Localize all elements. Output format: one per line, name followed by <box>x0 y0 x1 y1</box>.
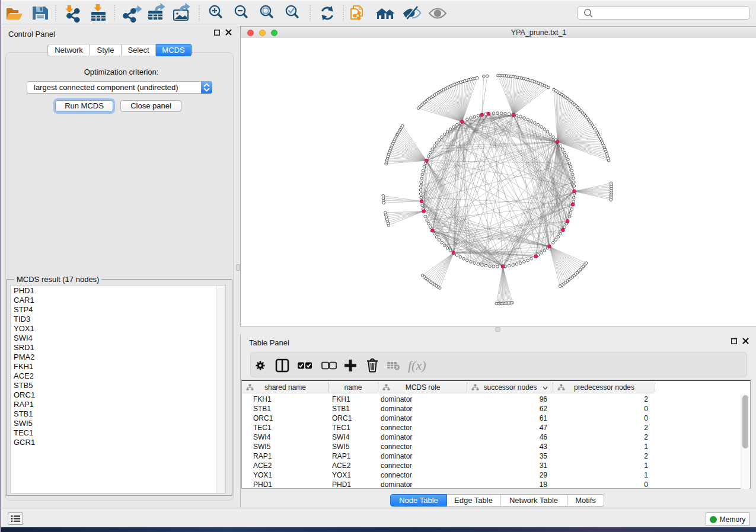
svg-text:f(x): f(x) <box>408 358 426 373</box>
